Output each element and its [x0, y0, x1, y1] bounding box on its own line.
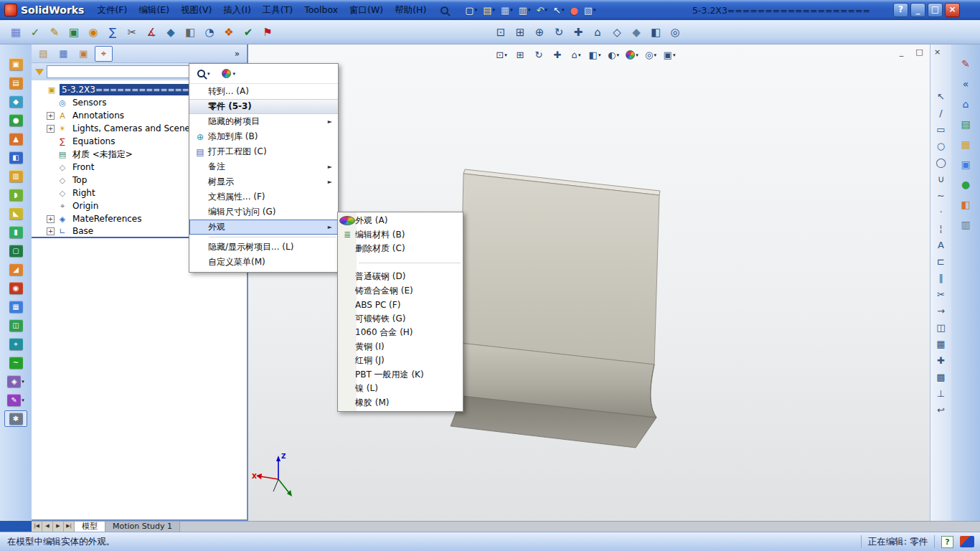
centerline-icon[interactable]: ¦	[933, 221, 950, 236]
shell-tool-icon[interactable]: ▢	[4, 242, 27, 259]
menu-appearance-button[interactable]: ▾	[220, 67, 238, 80]
sketch-grid-icon[interactable]: ▦	[7, 23, 24, 41]
balloon-icon[interactable]: ◉	[85, 23, 102, 41]
pane-pencil-icon[interactable]: ✎	[956, 56, 976, 72]
zoom-in-out-icon[interactable]: ⊕	[531, 23, 548, 41]
hole-wizard-icon[interactable]: ◉	[4, 280, 27, 296]
menu-help[interactable]: 帮助(H)	[389, 2, 432, 19]
circle-icon[interactable]: ○	[933, 138, 950, 154]
submenu-edit-material[interactable]: ≣ 编辑材料 (B)	[338, 228, 463, 242]
menu-document-properties[interactable]: 文档属性... (F)	[189, 189, 338, 204]
menu-customize[interactable]: 自定义菜单(M)	[189, 255, 338, 270]
view-palette-icon[interactable]: ▣	[956, 156, 976, 172]
trim-icon[interactable]: ✂	[123, 23, 141, 41]
exit-sketch-icon[interactable]: ↩	[933, 402, 950, 418]
undo-icon[interactable]: ↶▾	[534, 2, 550, 18]
menu-appearance[interactable]: 外观 ►	[189, 220, 338, 235]
submenu-separator[interactable]	[338, 256, 463, 270]
menu-add-to-library[interactable]: ⊕ 添加到库 (B)	[189, 129, 338, 144]
reference-geometry-icon[interactable]: ⌖	[4, 336, 27, 352]
menu-toolbox[interactable]: Toolbox	[298, 2, 344, 19]
tab-prev-button[interactable]: ◀	[42, 522, 53, 532]
select-arrow-icon[interactable]: ↖▾	[551, 2, 566, 18]
exploded-view-icon[interactable]: ❖	[220, 23, 237, 41]
flag-icon[interactable]: ⚑	[259, 23, 276, 41]
zoom-fit-hud-icon[interactable]: ⊡▾	[494, 47, 509, 62]
cut-tool-icon[interactable]: ▥	[4, 168, 27, 184]
rebuild-icon[interactable]: ●	[567, 2, 580, 18]
menu-separator[interactable]	[189, 235, 338, 240]
submenu-copper[interactable]: 红铜 (J)	[338, 354, 463, 368]
zoom-area-icon[interactable]: ⊞	[512, 23, 529, 41]
note-icon[interactable]: ✎	[46, 23, 63, 41]
mirror-entities-icon[interactable]: ◫	[933, 320, 950, 335]
draft-tool-icon[interactable]: ◢	[4, 261, 27, 278]
spline-icon[interactable]: ~	[933, 188, 950, 203]
print-icon[interactable]: ▥▾	[517, 2, 533, 18]
submenu-1060-alloy[interactable]: 1060 合金 (H)	[338, 326, 463, 340]
relations-icon[interactable]: ⊥	[933, 386, 950, 401]
boundary-tool-icon[interactable]: ◧	[4, 149, 27, 166]
mass-properties-icon[interactable]: ◆	[162, 23, 179, 41]
edit-appearance-hud-icon[interactable]: ▾	[624, 47, 640, 62]
menu-tools[interactable]: 工具(T)	[257, 2, 298, 19]
child-minimize-button[interactable]: _	[895, 47, 908, 59]
submenu-appearance[interactable]: 外观 (A)	[338, 214, 463, 228]
favorites-tool-icon[interactable]: ▣	[4, 56, 27, 72]
mirror-tool-icon[interactable]: ◫	[4, 317, 27, 334]
propertymanager-tab[interactable]: ▦	[55, 46, 72, 62]
grid-snap-icon[interactable]: ▩	[933, 369, 950, 385]
measure-icon[interactable]: ∡	[143, 23, 160, 41]
save-icon[interactable]: ▦▾	[499, 2, 515, 18]
standard-views-icon[interactable]: ⌂	[589, 23, 606, 41]
revolve-tool-icon[interactable]: ◆	[4, 93, 27, 110]
sketch-tools-icon[interactable]: ✎▾	[4, 392, 27, 408]
featuremanager-tab[interactable]: ▤	[34, 46, 52, 62]
submenu-abs-pc[interactable]: ABS PC (F)	[338, 298, 463, 312]
menu-tree-display[interactable]: 树显示 ►	[189, 174, 338, 189]
menu-file[interactable]: 文件(F)	[91, 2, 133, 19]
open-icon[interactable]: ▤▾	[481, 2, 497, 18]
rotate-hud-icon[interactable]: ↻	[531, 47, 547, 62]
quick-tips-help-icon[interactable]: ?	[941, 536, 953, 548]
design-library-icon[interactable]: ▤	[956, 116, 976, 132]
submenu-plain-carbon-steel[interactable]: 普通碳钢 (D)	[338, 270, 463, 284]
check-feature-icon[interactable]: ✔	[240, 23, 257, 41]
rib-tool-icon[interactable]: ▮	[4, 224, 27, 240]
convert-entities-icon[interactable]: ⊏	[933, 254, 950, 269]
options-icon[interactable]: ▧▾	[582, 2, 598, 18]
new-document-icon[interactable]: ▢▾	[463, 2, 479, 18]
custom-properties-icon[interactable]: ▥	[956, 217, 976, 232]
menu-edit[interactable]: 编辑(E)	[133, 2, 175, 19]
zoom-area-hud-icon[interactable]: ⊞	[512, 47, 528, 62]
text-sketch-icon[interactable]: A	[933, 237, 950, 253]
close-button[interactable]: ×	[945, 3, 960, 17]
point-icon[interactable]: ·	[933, 204, 950, 220]
hide-show-items-icon[interactable]: ◐▾	[606, 47, 621, 62]
display-style-icon[interactable]: ◧▾	[587, 47, 603, 62]
sketch-pattern-icon[interactable]: ▦	[933, 336, 950, 352]
submenu-pbt-general[interactable]: PBT 一般用途 (K)	[338, 368, 463, 382]
equation-icon[interactable]: ∑	[104, 23, 121, 41]
arc-icon[interactable]: ∪	[933, 171, 950, 187]
menu-insert[interactable]: 插入(I)	[217, 2, 256, 19]
extend-entities-icon[interactable]: →	[933, 303, 950, 319]
camera-view-icon[interactable]: ◎	[666, 23, 684, 41]
child-restore-button[interactable]: □	[913, 47, 926, 59]
ellipse-icon[interactable]: ◯	[933, 155, 950, 170]
pan-icon[interactable]: ✚	[570, 23, 587, 41]
view-orientation-icon[interactable]: ⌂▾	[568, 47, 584, 62]
tab-next-button[interactable]: ▶	[53, 522, 64, 532]
tab-model[interactable]: 模型	[75, 522, 105, 532]
menu-part-header[interactable]: 零件 (5-3)	[189, 99, 338, 114]
menu-hide-show-tree[interactable]: 隐藏/显示树项目... (L)	[189, 240, 338, 255]
instant3d-icon[interactable]: ◈▾	[4, 373, 27, 390]
stopwatch-icon[interactable]: ◔	[201, 23, 218, 41]
pane-collapse-icon[interactable]: «	[956, 76, 976, 92]
offset-entities-icon[interactable]: ∥	[933, 270, 950, 286]
menu-open-drawing[interactable]: ▤ 打开工程图 (C)	[189, 144, 338, 159]
menu-view[interactable]: 视图(V)	[175, 2, 217, 19]
spell-check-icon[interactable]: ✓	[27, 23, 44, 41]
menu-dimension-access[interactable]: 编辑尺寸访问 (G)	[189, 204, 338, 220]
curves-tool-icon[interactable]: ~	[4, 354, 27, 371]
